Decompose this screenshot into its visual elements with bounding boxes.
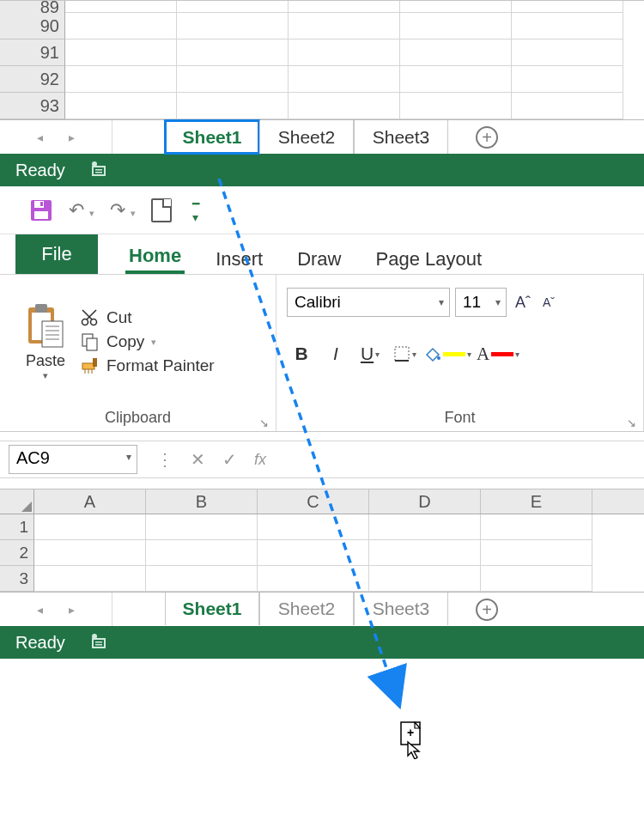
fx-icon[interactable]: fx (254, 451, 266, 469)
tab-file[interactable]: File (15, 234, 98, 274)
clipboard-icon (25, 302, 66, 350)
tab-home[interactable]: Home (125, 245, 185, 274)
cell[interactable] (400, 13, 512, 40)
cell[interactable] (258, 566, 369, 592)
cell[interactable] (400, 93, 512, 119)
row-header[interactable]: 92 (0, 66, 65, 93)
font-color-button[interactable]: A ▾ (477, 339, 519, 368)
new-sheet-button[interactable]: + (448, 593, 526, 626)
cell[interactable] (289, 40, 400, 66)
cancel-formula-icon[interactable]: ✕ (191, 449, 205, 470)
dialog-launcher-icon[interactable]: ↘ (627, 416, 636, 429)
cell[interactable] (512, 13, 623, 40)
name-box[interactable]: AC9 (9, 445, 137, 474)
cell[interactable] (65, 66, 177, 93)
cut-button[interactable]: Cut (81, 308, 215, 327)
copy-button[interactable]: Copy ▾ (81, 332, 215, 351)
select-all-corner[interactable] (0, 489, 34, 514)
record-macro-icon[interactable] (89, 631, 108, 654)
redo-icon[interactable]: ↷ ▾ (110, 199, 136, 222)
record-macro-icon[interactable] (89, 159, 108, 182)
cell[interactable] (34, 514, 146, 540)
cell[interactable] (512, 93, 623, 119)
cell[interactable] (258, 514, 369, 540)
row-header[interactable]: 91 (0, 40, 65, 66)
cell[interactable] (369, 514, 481, 540)
status-text: Ready (15, 161, 65, 180)
underline-button[interactable]: U▾ (355, 339, 385, 368)
row-header[interactable]: 90 (0, 13, 65, 40)
new-sheet-button[interactable]: + (448, 120, 526, 154)
cell[interactable] (34, 540, 146, 566)
decrease-font-icon[interactable]: Aˇ (543, 295, 555, 309)
cell[interactable] (400, 40, 512, 66)
new-document-icon[interactable] (151, 198, 172, 222)
cell[interactable] (289, 93, 400, 119)
cell[interactable] (177, 13, 289, 40)
cell[interactable] (512, 40, 623, 66)
qat-more-icon[interactable]: ━▾ (192, 197, 196, 224)
sheet-tab[interactable]: Sheet2 (259, 593, 354, 625)
column-header[interactable]: E (481, 489, 592, 514)
sheet-tab[interactable]: Sheet3 (354, 120, 448, 154)
cell[interactable] (481, 540, 592, 566)
font-size-selector[interactable]: 11 (455, 288, 507, 317)
format-painter-label: Format Painter (106, 356, 215, 375)
cell[interactable] (369, 540, 481, 566)
next-sheet-icon[interactable]: ▸ (69, 603, 75, 617)
row-header[interactable]: 93 (0, 93, 65, 119)
column-header[interactable]: C (258, 489, 369, 514)
save-icon[interactable] (29, 198, 53, 222)
sheet-tab[interactable]: Sheet2 (259, 120, 354, 154)
cell[interactable] (400, 66, 512, 93)
cell[interactable] (481, 566, 592, 592)
cell[interactable] (65, 93, 177, 119)
dialog-launcher-icon[interactable]: ↘ (259, 416, 269, 429)
cell[interactable] (177, 66, 289, 93)
chevron-down-icon: ▾ (467, 350, 471, 359)
chevron-down-icon: ▾ (151, 337, 156, 348)
sheet-tab[interactable]: Sheet3 (354, 593, 448, 625)
next-sheet-icon[interactable]: ▸ (69, 131, 75, 144)
row-header[interactable]: 1 (0, 514, 34, 540)
row-header[interactable]: 89 (0, 1, 65, 13)
borders-button[interactable]: ▾ (390, 339, 419, 368)
cell[interactable] (289, 13, 400, 40)
format-painter-button[interactable]: Format Painter (81, 356, 215, 375)
cell[interactable] (369, 566, 481, 592)
cell[interactable] (65, 40, 177, 66)
tab-insert[interactable]: Insert (212, 248, 266, 274)
column-header[interactable]: D (369, 489, 481, 514)
cell[interactable] (481, 514, 592, 540)
font-name-selector[interactable]: Calibri (287, 288, 450, 317)
prev-sheet-icon[interactable]: ◂ (37, 603, 43, 617)
bold-button[interactable]: B (287, 339, 316, 368)
sheet-tab[interactable]: Sheet1 (165, 593, 259, 625)
row-header[interactable]: 3 (0, 566, 34, 592)
ribbon-tabs: File Home Insert Draw Page Layout (0, 234, 644, 275)
row-header[interactable]: 2 (0, 540, 34, 566)
cell[interactable] (65, 13, 177, 40)
group-label: Font ↘ (276, 409, 643, 431)
increase-font-icon[interactable]: Aˆ (515, 294, 531, 312)
cell[interactable] (177, 93, 289, 119)
fill-color-button[interactable]: ▾ (424, 339, 471, 368)
tab-draw[interactable]: Draw (294, 248, 344, 274)
column-header[interactable]: A (34, 489, 146, 514)
cell[interactable] (289, 66, 400, 93)
cell[interactable] (258, 540, 369, 566)
column-header[interactable]: B (146, 489, 258, 514)
cell[interactable] (146, 540, 258, 566)
cell[interactable] (34, 566, 146, 592)
cell[interactable] (512, 66, 623, 93)
prev-sheet-icon[interactable]: ◂ (37, 131, 43, 144)
cell[interactable] (146, 566, 258, 592)
accept-formula-icon[interactable]: ✓ (222, 449, 237, 470)
cell[interactable] (177, 40, 289, 66)
cell[interactable] (146, 514, 258, 540)
undo-icon[interactable]: ↶ ▾ (69, 199, 94, 222)
tab-page-layout[interactable]: Page Layout (373, 248, 486, 274)
paste-button[interactable]: Paste ▾ (10, 280, 81, 404)
sheet-tab[interactable]: Sheet1 (165, 120, 259, 154)
italic-button[interactable]: I (321, 339, 350, 368)
